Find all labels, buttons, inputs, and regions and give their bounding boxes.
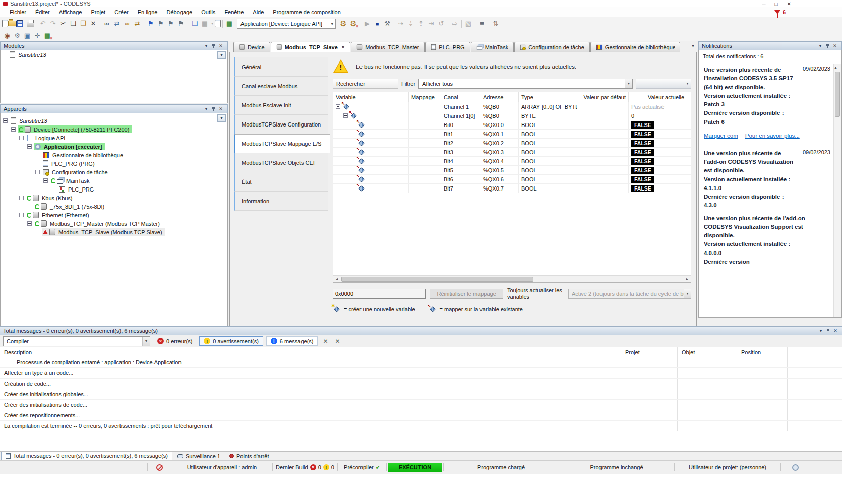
menu-item[interactable]: Aide: [248, 8, 268, 16]
mapping-cell[interactable]: [409, 175, 441, 183]
dock-tab[interactable]: Surveillance 1: [173, 452, 224, 460]
view-selector-button[interactable]: ▾: [217, 51, 226, 59]
logout-icon[interactable]: ⚙: [348, 19, 358, 29]
replace-in-project-icon[interactable]: ⇄: [132, 19, 142, 29]
editor-nav-item[interactable]: Modbus Esclave Init: [234, 96, 328, 115]
device-tree-item[interactable]: Gestionnaire de bibliothèque: [1, 151, 227, 159]
login-icon[interactable]: ⚙: [338, 19, 348, 29]
menu-item[interactable]: Fichier: [5, 8, 31, 16]
messages-filter-button[interactable]: i 6 message(s): [266, 336, 318, 346]
separator[interactable]: [100, 20, 100, 28]
default-value-cell[interactable]: [577, 111, 629, 120]
device-tree-item[interactable]: PLC_PRG: [1, 185, 227, 194]
tree-expander[interactable]: [19, 136, 24, 140]
io-mapping-icon[interactable]: ✛: [32, 31, 42, 41]
paste-icon[interactable]: ❐: [78, 19, 88, 29]
table-row[interactable]: ↖ Bit6 %QX0.6 BOOL FALSE: [333, 175, 691, 184]
find-in-project-icon[interactable]: ∞: [122, 19, 132, 29]
mapping-cell[interactable]: [409, 120, 441, 129]
table-row[interactable]: ↖ Bit4 %QX0.4 BOOL FALSE: [333, 157, 691, 166]
close-icon[interactable]: ✕: [832, 328, 839, 333]
search-input[interactable]: Rechercher: [333, 79, 398, 89]
mapping-cell[interactable]: [409, 184, 441, 193]
default-value-cell[interactable]: [577, 130, 629, 138]
dock-tab[interactable]: Points d'arrêt: [225, 452, 273, 460]
table-row[interactable]: ↖ Bit0 %QX0.0 BOOL FALSE: [333, 120, 691, 130]
menu-item[interactable]: Outils: [197, 8, 220, 16]
undo-icon[interactable]: ↶: [38, 19, 48, 29]
device-tree-item[interactable]: Configuration de tâche: [1, 168, 227, 176]
menu-item[interactable]: Créer: [110, 8, 133, 16]
replace-icon[interactable]: ⇄: [112, 19, 122, 29]
mark-as-read-link[interactable]: Marquer com: [704, 133, 738, 139]
document-tab[interactable]: MainTask: [471, 42, 514, 52]
editor-nav-item[interactable]: ModbusTCPSlave Mappage E/S: [234, 134, 330, 153]
close-icon[interactable]: ✕: [217, 43, 224, 48]
separator[interactable]: [144, 20, 144, 28]
device-tree-item[interactable]: PLC_PRG (PRG): [1, 159, 227, 168]
copy-icon[interactable]: ❏: [68, 19, 78, 29]
scroll-left-icon[interactable]: ◄: [333, 277, 340, 281]
close-button[interactable]: ✕: [787, 1, 791, 7]
message-row[interactable]: ------ Processus de compilation entamé :…: [0, 357, 842, 368]
table-row[interactable]: ↖ Bit7 %QX0.7 BOOL FALSE: [333, 184, 691, 193]
message-row[interactable]: Créer des initialisations globales...: [0, 389, 842, 400]
tree-expander[interactable]: [43, 178, 48, 183]
horizontal-scrollbar[interactable]: ◄ ►: [333, 275, 691, 282]
default-value-cell[interactable]: [577, 166, 629, 174]
modules-tree-item[interactable]: Sanstitre13: [1, 50, 227, 59]
editor-nav-item[interactable]: Général: [234, 57, 328, 77]
previous-bookmark-icon[interactable]: ⚑: [156, 19, 166, 29]
active-application-selector[interactable]: Application [Device: Logique API] ▾: [237, 19, 336, 29]
mapping-cell[interactable]: [409, 166, 441, 174]
chevron-down-icon[interactable]: ▾: [817, 328, 824, 333]
scroll-right-icon[interactable]: ►: [684, 277, 691, 281]
device-tree-item[interactable]: MainTask: [1, 176, 227, 185]
mapping-cell[interactable]: [409, 148, 441, 156]
overflow-button[interactable]: ▾: [684, 79, 691, 88]
document-tab[interactable]: PLC_PRG: [425, 42, 470, 52]
tree-expander[interactable]: [35, 170, 40, 174]
run-to-cursor-icon[interactable]: ⇥: [426, 19, 436, 29]
menu-item[interactable]: Fenêtre: [220, 8, 248, 16]
editor-nav-item[interactable]: État: [234, 172, 328, 192]
close-icon[interactable]: ✕: [831, 43, 838, 48]
separator[interactable]: [475, 20, 475, 28]
notification-funnel-icon[interactable]: [774, 10, 780, 14]
filter-dropdown[interactable]: Afficher tous ▾: [418, 79, 633, 89]
table-row[interactable]: ↖ Bit3 %QX0.3 BOOL FALSE: [333, 148, 691, 157]
tools-icon[interactable]: ⚒: [382, 19, 392, 29]
mapping-cell[interactable]: [409, 111, 441, 120]
default-value-cell[interactable]: [577, 139, 629, 147]
new-file-icon[interactable]: [2, 20, 8, 27]
message-category-dropdown[interactable]: Compiler ▾: [3, 336, 150, 346]
table-row[interactable]: ↖ Bit2 %QX0.2 BOOL FALSE: [333, 139, 691, 148]
menu-item[interactable]: Affichage: [54, 8, 87, 16]
redo-icon[interactable]: ↷: [48, 19, 58, 29]
tree-expander[interactable]: [19, 196, 24, 200]
step-out-icon[interactable]: ⇡: [416, 19, 426, 29]
reset-icon[interactable]: ↺: [436, 19, 446, 29]
pin-icon[interactable]: [212, 106, 215, 112]
minimize-button[interactable]: ─: [762, 1, 765, 7]
mapping-cell[interactable]: [409, 102, 441, 111]
default-value-cell[interactable]: [577, 148, 629, 156]
separator[interactable]: [448, 20, 448, 28]
separator[interactable]: [188, 20, 188, 28]
library-caret-icon[interactable]: ▾: [210, 19, 215, 29]
tree-expander[interactable]: [336, 104, 340, 109]
separator[interactable]: [394, 20, 394, 28]
compare-icon[interactable]: ❏: [190, 19, 200, 29]
table-row[interactable]: ↖ Bit5 %QX0.5 BOOL FALSE: [333, 166, 691, 175]
tab-list-button[interactable]: ▾: [689, 44, 697, 52]
tree-expander[interactable]: [27, 221, 32, 226]
device-tree-item[interactable]: Logique API: [1, 134, 227, 142]
default-value-cell[interactable]: [577, 184, 629, 193]
device-tree-item[interactable]: _75x_8DI_1 (75x-8DI): [1, 202, 227, 211]
next-statement-icon[interactable]: ⇨: [450, 19, 460, 29]
tree-expander[interactable]: [11, 127, 16, 132]
start-address-input[interactable]: [333, 289, 426, 299]
maximize-button[interactable]: □: [775, 1, 778, 7]
notification-count-badge[interactable]: 6: [783, 9, 786, 15]
separator[interactable]: [360, 20, 360, 28]
